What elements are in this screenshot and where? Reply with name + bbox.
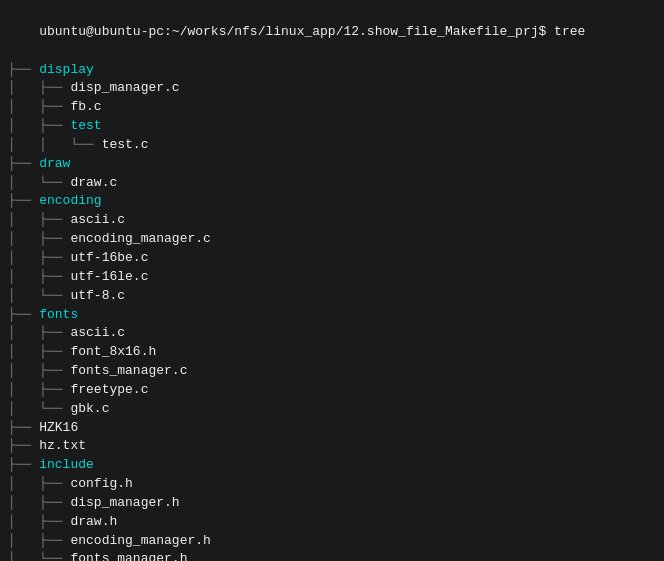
tree-indent: │ [8,231,39,246]
tree-file-name: encoding_manager.h [70,533,210,548]
tree-item: │ ├── ascii.c [8,324,656,343]
tree-indent: │ [8,288,39,303]
tree-prefix: ├── [39,118,70,133]
tree-item: │ └── fonts_manager.h [8,550,656,561]
tree-prefix: ├── [39,533,70,548]
tree-indent: │ │ [8,137,70,152]
tree-prefix: ├── [8,193,39,208]
tree-prefix: ├── [39,382,70,397]
tree-indent: │ [8,551,39,561]
tree-item: ├── hz.txt [8,437,656,456]
tree-file-name: freetype.c [70,382,148,397]
tree-file-name: disp_manager.h [70,495,179,510]
tree-file-name: fonts_manager.c [70,363,187,378]
tree-item: │ ├── fonts_manager.c [8,362,656,381]
tree-item: │ └── draw.c [8,174,656,193]
tree-file-name: test.c [102,137,149,152]
tree-item: │ └── gbk.c [8,400,656,419]
tree-prefix: ├── [39,212,70,227]
tree-indent: │ [8,344,39,359]
tree-item: │ ├── disp_manager.h [8,494,656,513]
tree-item: │ ├── ascii.c [8,211,656,230]
tree-indent: │ [8,401,39,416]
tree-indent: │ [8,99,39,114]
tree-indent: │ [8,476,39,491]
tree-item: ├── display [8,61,656,80]
tree-file-name: font_8x16.h [70,344,156,359]
tree-file-name: disp_manager.c [70,80,179,95]
tree-indent: │ [8,533,39,548]
tree-indent: │ [8,80,39,95]
tree-output: ├── display│ ├── disp_manager.c│ ├── fb.… [8,61,656,561]
tree-prefix: ├── [39,363,70,378]
tree-file-name: fb.c [70,99,101,114]
tree-file-name: utf-8.c [70,288,125,303]
tree-item: │ ├── encoding_manager.c [8,230,656,249]
tree-prefix: ├── [8,62,39,77]
tree-file-name: HZK16 [39,420,78,435]
tree-item: ├── draw [8,155,656,174]
tree-indent: │ [8,250,39,265]
tree-file-name: utf-16le.c [70,269,148,284]
tree-prefix: └── [39,288,70,303]
tree-item: │ ├── utf-16be.c [8,249,656,268]
tree-dir-name: fonts [39,307,78,322]
tree-prefix: └── [39,175,70,190]
tree-prefix: ├── [39,344,70,359]
tree-prefix: ├── [8,457,39,472]
tree-item: │ ├── disp_manager.c [8,79,656,98]
tree-dir-name: encoding [39,193,101,208]
tree-item: │ ├── config.h [8,475,656,494]
tree-prefix: ├── [39,250,70,265]
tree-indent: │ [8,382,39,397]
tree-item: │ ├── encoding_manager.h [8,532,656,551]
tree-prefix: ├── [8,438,39,453]
tree-prefix: ├── [8,156,39,171]
tree-item: │ ├── test [8,117,656,136]
tree-prefix: ├── [39,80,70,95]
tree-prefix: ├── [39,269,70,284]
prompt-top: ubuntu@ubuntu-pc:~/works/nfs/linux_app/1… [8,4,656,61]
tree-item: │ ├── draw.h [8,513,656,532]
tree-item: │ ├── freetype.c [8,381,656,400]
tree-file-name: fonts_manager.h [70,551,187,561]
tree-file-name: hz.txt [39,438,86,453]
tree-indent: │ [8,175,39,190]
tree-prefix: ├── [39,514,70,529]
tree-indent: │ [8,118,39,133]
tree-file-name: draw.c [70,175,117,190]
tree-item: ├── encoding [8,192,656,211]
tree-file-name: ascii.c [70,325,125,340]
tree-file-name: draw.h [70,514,117,529]
tree-item: ├── HZK16 [8,419,656,438]
tree-item: │ └── utf-8.c [8,287,656,306]
tree-prefix: ├── [39,231,70,246]
tree-indent: │ [8,325,39,340]
tree-file-name: encoding_manager.c [70,231,210,246]
tree-dir-name: test [70,118,101,133]
tree-dir-name: include [39,457,94,472]
tree-prefix: └── [70,137,101,152]
tree-item: ├── fonts [8,306,656,325]
tree-prefix: ├── [39,495,70,510]
tree-dir-name: display [39,62,94,77]
tree-dir-name: draw [39,156,70,171]
tree-file-name: config.h [70,476,132,491]
tree-file-name: ascii.c [70,212,125,227]
tree-prefix: ├── [8,307,39,322]
tree-indent: │ [8,495,39,510]
tree-item: │ ├── font_8x16.h [8,343,656,362]
prompt-top-text: ubuntu@ubuntu-pc:~/works/nfs/linux_app/1… [39,24,585,39]
tree-item: │ ├── fb.c [8,98,656,117]
tree-file-name: utf-16be.c [70,250,148,265]
tree-prefix: ├── [8,420,39,435]
tree-prefix: └── [39,401,70,416]
tree-indent: │ [8,212,39,227]
tree-item: │ │ └── test.c [8,136,656,155]
tree-prefix: ├── [39,99,70,114]
tree-item: │ ├── utf-16le.c [8,268,656,287]
tree-item: ├── include [8,456,656,475]
tree-file-name: gbk.c [70,401,109,416]
tree-indent: │ [8,514,39,529]
terminal-window: ubuntu@ubuntu-pc:~/works/nfs/linux_app/1… [0,0,664,561]
